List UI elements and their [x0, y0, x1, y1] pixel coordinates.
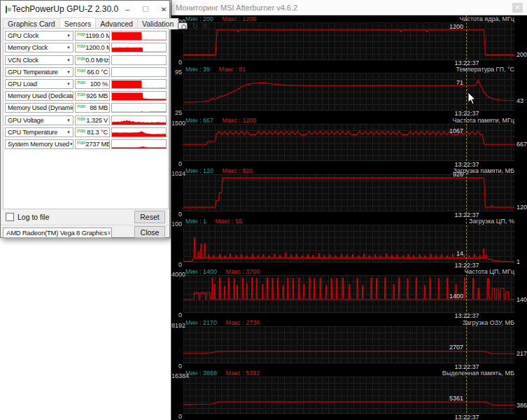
current-value-label: 200	[517, 51, 527, 58]
sensor-history-graph	[111, 43, 167, 52]
chevron-down-icon: ▼	[66, 46, 71, 50]
min-label: Мин : 2170	[185, 319, 217, 326]
chevron-down-icon: ▼	[66, 70, 71, 74]
sensor-select[interactable]: Memory Used (Dedicated) ▼	[5, 91, 73, 101]
current-value-label: 43	[517, 97, 524, 104]
sensor-history-graph	[111, 31, 167, 41]
sensor-name: Memory Used (Dedicated)	[8, 92, 73, 99]
sensor-value: max 1.325 V	[75, 115, 110, 125]
sensor-row: System Memory Used ▼ max 2737 MB	[5, 139, 167, 149]
max-prefix-label: max	[77, 104, 85, 108]
sensor-select[interactable]: System Memory Used ▼	[5, 139, 73, 149]
sensor-history-graph	[111, 91, 167, 101]
max-prefix-label: max	[77, 80, 85, 85]
minimize-button[interactable]: –	[118, 1, 136, 18]
sensor-value: max 2737 MB	[75, 139, 110, 149]
current-value-label: 3868	[517, 402, 527, 409]
sensor-history-graph	[111, 115, 167, 125]
sensor-name: VCN Clock	[8, 57, 38, 64]
maximize-button[interactable]	[136, 1, 155, 18]
cursor-value-label: 2707	[420, 344, 463, 351]
sensor-value-text: 0.0 MHz	[85, 57, 108, 64]
close-button[interactable]: Close	[134, 226, 165, 238]
sensor-select[interactable]: VCN Clock ▼	[5, 55, 73, 65]
sensor-select[interactable]: GPU Clock ▼	[5, 31, 73, 41]
monitor-pane: Мин : 667 Макс : 1200 Частота памяти, МГ…	[171, 117, 527, 167]
max-label: Макс : 926	[223, 167, 253, 174]
current-value-label: 1400	[517, 296, 527, 303]
refresh-icon[interactable]: ↻	[192, 22, 198, 29]
chevron-down-icon: ∨	[107, 230, 111, 236]
sensor-value: max 1199.0 MHz	[75, 31, 110, 41]
chevron-down-icon: ▼	[69, 142, 73, 146]
max-label: Макс : 1200	[223, 15, 257, 22]
desktop: { "gpu_z": { "title": "TechPowerUp GPU-Z…	[0, 0, 527, 420]
max-prefix-label: max	[77, 92, 85, 97]
sensor-row: GPU Temperature ▼ max 66.0 °C	[5, 67, 167, 77]
close-icon[interactable]: ✕	[512, 3, 523, 13]
divider	[1, 225, 169, 225]
afterburner-titlebar[interactable]: Мониторинг MSI Afterburner v4.6.2 ✕	[171, 0, 527, 15]
sensor-select[interactable]: GPU Voltage ▼	[5, 115, 73, 125]
sensor-list: GPU Clock ▼ max 1199.0 MHz Memory Clock …	[3, 28, 169, 209]
close-icon[interactable]: ✕	[155, 1, 173, 18]
menu-icon[interactable]: ≡	[203, 22, 208, 29]
camera-icon[interactable]	[178, 22, 188, 29]
pane-title: Выделенная память, МБ	[442, 370, 514, 377]
sensor-select[interactable]: GPU Temperature ▼	[5, 67, 73, 77]
y-axis-max-label: 4000	[171, 271, 182, 278]
sensor-row: GPU Load ▼ max 100 %	[5, 79, 167, 89]
chevron-down-icon: ▼	[66, 34, 71, 38]
log-to-file-checkbox[interactable]	[6, 213, 14, 221]
max-label: Макс : 2736	[226, 319, 260, 326]
sensor-value-text: 1200.0 MHz	[85, 44, 110, 51]
pane-title: Частота ЦП, МГц	[464, 268, 514, 275]
min-label: Мин : 1	[185, 218, 206, 225]
sensor-name: GPU Clock	[8, 32, 38, 39]
sensor-row: CPU Temperature ▼ max 81.3 °C	[5, 127, 167, 137]
y-axis-min-label: 0	[171, 160, 182, 167]
cursor-value-label: 5361	[420, 395, 463, 402]
gpuz-titlebar[interactable]: TechPowerUp GPU-Z 2.30.0 – ✕	[1, 1, 169, 18]
sensor-value-text: 100 %	[90, 80, 108, 88]
sensor-value: max 0.0 MHz	[75, 55, 110, 65]
sensor-history-graph	[111, 103, 167, 113]
y-axis-min-label: 0	[171, 261, 182, 268]
sensor-name: System Memory Used	[8, 141, 69, 148]
sensor-history-graph	[111, 79, 167, 89]
pane-title: Частота ядра, МГц	[459, 15, 514, 22]
monitor-pane: Мин : 200 Макс : 1200 Частота ядра, МГц …	[171, 15, 527, 66]
pane-title: Частота памяти, МГц	[453, 117, 514, 124]
gpu-device-select[interactable]: AMD Radeon(TM) Vega 8 Graphics ∨	[3, 227, 112, 238]
max-prefix-label: max	[77, 44, 85, 48]
sensor-select[interactable]: Memory Used (Dynamic) ▼	[5, 103, 73, 113]
chevron-down-icon: ▼	[66, 118, 71, 122]
sensor-row: Memory Used (Dynamic) ▼ max 88 MB	[5, 103, 167, 113]
current-value-label: 667	[517, 141, 527, 148]
max-prefix-label: max	[77, 117, 85, 121]
sensor-value-text: 1.325 V	[86, 117, 108, 124]
cursor-value-label: 1067	[420, 127, 463, 134]
sensor-value-text: 88 MB	[90, 104, 108, 111]
y-axis-max-label: 16384	[171, 372, 182, 379]
max-prefix-label: max	[77, 32, 85, 36]
afterburner-window: Мониторинг MSI Afterburner v4.6.2 ✕ Мин …	[171, 0, 527, 420]
sensor-row: GPU Clock ▼ max 1199.0 MHz	[5, 31, 167, 41]
sensor-value: max 88 MB	[75, 103, 110, 113]
mouse-pointer	[468, 92, 477, 105]
sensor-select[interactable]: GPU Load ▼	[5, 79, 73, 89]
gpuz-app-icon	[6, 6, 7, 13]
y-axis-min-label: 0	[171, 363, 182, 370]
reset-button[interactable]: Reset	[134, 211, 165, 223]
pane-title: Загрузка ЦП, %	[469, 218, 514, 225]
current-value-label: 120	[517, 204, 527, 211]
max-label: Макс : 3700	[226, 268, 260, 275]
sensor-select[interactable]: CPU Temperature ▼	[5, 127, 73, 137]
sensor-name: Memory Used (Dynamic)	[8, 104, 73, 111]
sensor-select[interactable]: Memory Clock ▼	[5, 43, 73, 52]
sensor-value: max 66.0 °C	[75, 67, 110, 77]
y-axis-max-label: 1024	[171, 170, 182, 177]
sensor-name: Memory Clock	[8, 44, 48, 51]
min-label: Мин : 120	[185, 167, 213, 174]
monitor-pane: Мин : 1 Макс : 65 Загрузка ЦП, % 100 0 1…	[171, 218, 527, 268]
